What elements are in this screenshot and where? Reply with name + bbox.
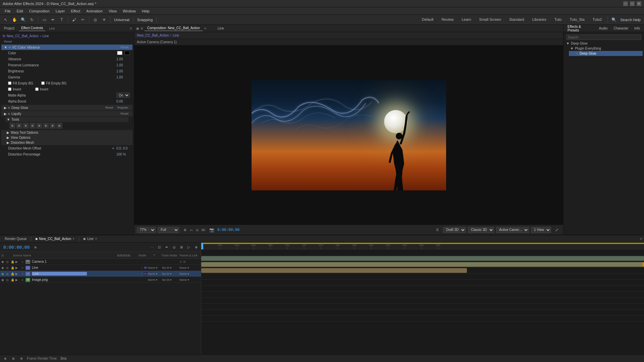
draft3d-select[interactable]: Draft 3D <box>443 227 466 233</box>
timecode[interactable]: 0:00:00;00 <box>2 245 31 250</box>
tool-camera[interactable]: ◎ <box>92 16 99 23</box>
tab-info[interactable]: Info <box>632 26 643 31</box>
tab-timeline-main[interactable]: ▣ New_CC_Ball_Action ✕ <box>33 236 78 241</box>
prop-gamma-value[interactable]: 1.00 <box>116 75 130 79</box>
fill-empty-bg-2-checkbox[interactable] <box>41 81 45 85</box>
status-btn-2[interactable]: ⊞ <box>11 356 16 361</box>
tool-arrow[interactable]: ↖ <box>2 16 9 23</box>
track-bar-3[interactable] <box>201 262 644 267</box>
workspace-default[interactable]: Default <box>419 16 437 23</box>
menu-effect[interactable]: Effect <box>68 8 83 14</box>
camera-select[interactable]: Active Camer... <box>496 227 529 233</box>
track-bar-2[interactable] <box>201 256 644 261</box>
workspace-review[interactable]: Review <box>438 16 457 23</box>
tab-render-queue[interactable]: Render Queue <box>2 236 30 241</box>
l4-eye[interactable]: ◉ <box>1 278 5 282</box>
menu-help[interactable]: Help <box>139 8 152 14</box>
color-swatch-2[interactable] <box>124 51 130 55</box>
tl-ctrl-2[interactable]: ⊡ <box>157 245 162 250</box>
warp-options-header[interactable]: ▶ Warp Tool Options <box>1 130 132 135</box>
workspace-small-screen[interactable]: Small Screen <box>476 16 504 23</box>
expand-btn[interactable]: ⤢ <box>553 226 560 234</box>
comp-tab-line[interactable]: Line <box>215 26 227 31</box>
comp-tab-main[interactable]: Composition: New_CC_Ball_Action <box>145 25 203 31</box>
tl-ctrl-1[interactable]: ⋯ <box>149 245 155 250</box>
layer-row-3[interactable]: ◉ ◎ 🔒 ▶ 3 ▭ Line / fx Norm ▾ No M ▾ None… <box>0 271 201 277</box>
tools-header[interactable]: ▼ Tools <box>5 117 128 122</box>
tc-expand-btn[interactable]: ⊕ <box>33 245 38 250</box>
l1-solo[interactable]: ◎ <box>6 260 10 263</box>
resolution-select[interactable]: Full Half Quarter <box>158 227 179 233</box>
workspace-standard[interactable]: Standard <box>506 16 528 23</box>
tool-2[interactable]: ⊕ <box>16 123 22 129</box>
invert-2-checkbox[interactable] <box>35 87 39 91</box>
snapping-label[interactable]: Universal <box>113 18 131 22</box>
l1-name[interactable]: Camera 1 <box>32 260 105 263</box>
snapping-toggle[interactable]: Snapping <box>136 18 154 22</box>
grid-btn[interactable]: ⊞ <box>182 227 188 233</box>
minimize-button[interactable]: ─ <box>623 1 628 6</box>
bc-comp[interactable]: New_CC_Ball_Action <box>7 34 39 38</box>
workspace-tuto[interactable]: Tuto <box>551 16 565 23</box>
menu-view[interactable]: View <box>106 8 119 14</box>
status-btn-1[interactable]: ⊕ <box>3 356 8 361</box>
tab-audio[interactable]: Audio <box>596 26 610 31</box>
l2-expand[interactable]: ▶ <box>15 266 19 269</box>
reset-button-top[interactable]: Reset <box>3 40 13 44</box>
classic3d-select[interactable]: Classic 3D <box>468 227 494 233</box>
l4-expand[interactable]: ▶ <box>15 278 19 282</box>
layer-row-1[interactable]: ◉ ◎ 🔒 ▶ 1 📷 Camera 1 ⊡ ⊞ <box>0 259 201 265</box>
comp-close-icon[interactable]: ✕ <box>204 27 207 30</box>
workspace-libraries[interactable]: Libraries <box>529 16 550 23</box>
zoom-select[interactable]: 77% 100% 50% <box>137 227 156 233</box>
bc-comp-name[interactable]: New_CC_Ball_Action <box>137 34 169 37</box>
menu-layer[interactable]: Layer <box>53 8 68 14</box>
category-deep-glow[interactable]: ▼ Deep Glow <box>565 41 643 46</box>
tool-5[interactable]: ⊕ <box>36 123 42 129</box>
menu-animation[interactable]: Animation <box>84 8 105 14</box>
tl-ctrl-5[interactable]: ⊞ <box>179 245 184 250</box>
snapshot-btn[interactable]: 📷 <box>208 226 215 234</box>
tab-timeline-line[interactable]: ▣ Line ✕ <box>80 236 100 241</box>
menu-file[interactable]: File <box>2 8 13 14</box>
menu-composition[interactable]: Composition <box>26 8 52 14</box>
view-select[interactable]: 1 View <box>531 227 551 233</box>
comp-viewport[interactable] <box>134 46 563 225</box>
menu-edit[interactable]: Edit <box>14 8 26 14</box>
workspace-learn[interactable]: Learn <box>458 16 474 23</box>
tab-character[interactable]: Character <box>611 26 631 31</box>
subcategory-header[interactable]: ▼ Plugin Everything <box>569 46 643 51</box>
l3-eye[interactable]: ◉ <box>1 272 5 276</box>
view-options-header[interactable]: ▶ View Options <box>1 135 132 140</box>
l2-solo[interactable]: ◎ <box>6 266 10 269</box>
invert-checkbox[interactable] <box>8 87 11 91</box>
tool-clone[interactable]: ✂ <box>79 16 87 23</box>
bc-line-name[interactable]: Line <box>173 34 179 37</box>
l4-solo[interactable]: ◎ <box>6 278 10 282</box>
l2-name[interactable]: Line <box>32 266 86 269</box>
tool-hand[interactable]: ✋ <box>11 16 18 23</box>
tool-3[interactable]: ⊕ <box>23 123 29 129</box>
prop-distortion-pct-value[interactable]: 100 % <box>116 153 130 156</box>
close-button[interactable]: ✕ <box>637 1 641 6</box>
prop-preserve-luminance-value[interactable]: 1.00 <box>116 63 130 67</box>
tab-effect-controls[interactable]: Effect Controls <box>19 25 45 31</box>
fill-empty-bg-checkbox[interactable] <box>8 81 11 85</box>
draft3d-btn[interactable]: ☰ <box>434 226 441 234</box>
panel-menu-button[interactable]: ≡ <box>130 26 132 30</box>
layer-row-4[interactable]: ◉ ◎ 🔒 ▶ 4 🖼 Image.png Norm ▾ No M ▾ None… <box>0 277 201 283</box>
l1-expand[interactable]: ▶ <box>15 260 19 263</box>
l1-eye[interactable]: ◉ <box>1 260 5 263</box>
tool-7[interactable]: ⊕ <box>50 123 56 129</box>
workspace-tuto-sta[interactable]: Tuto_Sta <box>566 16 588 23</box>
vc-color-vibrance-header[interactable]: ▼ fx VC Color Vibrance Reset <box>1 45 132 50</box>
mask-btn[interactable]: ◎ <box>195 227 200 233</box>
vc-reset-button[interactable]: Reset <box>119 45 130 49</box>
tool-pen[interactable]: ✒ <box>49 16 57 23</box>
prop-distortion-offset-value[interactable]: 0.0, 0.0 <box>116 146 130 150</box>
playhead[interactable] <box>201 243 202 249</box>
prop-alpha-boost-value[interactable]: 0.00 <box>116 100 130 103</box>
liquify-header[interactable]: ▶ fx Liquify Reset <box>1 111 132 116</box>
matte-alpha-dropdown[interactable]: On Off <box>116 93 130 98</box>
tool-zoom[interactable]: 🔍 <box>19 16 27 23</box>
